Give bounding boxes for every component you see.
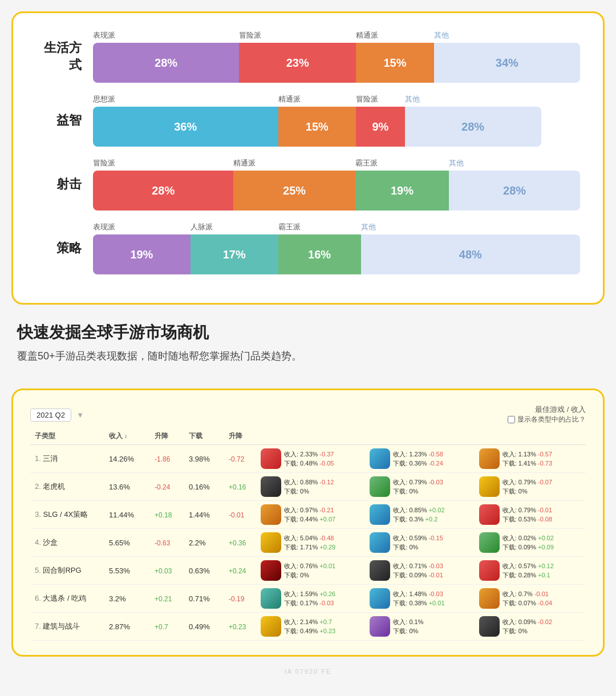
segment-strategy-0: 19% (93, 234, 191, 274)
category-row-shooter: 射击 冒险派 精通派 霸王派 其他 28% 25% 19% 28% (36, 158, 580, 211)
bottom-card: 2021 Q2 ▼ 最佳游戏 / 收入 显示各类型中的占比？ 子类型 收入 ↕ … (11, 389, 605, 657)
cell-name: 5. 回合制RPG (30, 557, 104, 585)
cell-name: 3. SLG / 4X策略 (30, 501, 104, 529)
game-stats: 收入: 0.59% -0.15 下载: 0% (393, 533, 443, 552)
game-stats: 收入: 2.14% +0.7 下载: 0.49% +0.23 (284, 617, 335, 636)
game-stats: 收入: 0.02% +0.02 下载: 0.09% +0.09 (502, 533, 554, 552)
cell-revenue: 11.44% (104, 501, 150, 529)
bar-shooter: 28% 25% 19% 28% (93, 171, 580, 211)
cell-game-0: 收入: 5.04% -0.48 下载: 1.71% +0.29 (258, 529, 367, 557)
cell-name: 6. 大逃杀 / 吃鸡 (30, 585, 104, 613)
table-row: 5. 回合制RPG5.53%+0.030.63%+0.24 收入: 0.76% … (30, 557, 586, 585)
cell-rev-change: +0.7 (150, 613, 184, 641)
show-ratio-checkbox[interactable]: 显示各类型中的占比？ (508, 415, 586, 424)
th-rev-change: 升降 (150, 428, 184, 445)
game-icon (261, 504, 281, 525)
cell-revenue: 14.26% (104, 445, 150, 473)
cell-game-1: 收入: 1.23% -0.58 下载: 0.36% -0.24 (367, 445, 476, 473)
segment-puzzle-2: 9% (356, 107, 404, 147)
bar-container-strategy: 表现派 人脉派 霸王派 其他 19% 17% 16% 48% (93, 222, 580, 274)
th-revenue: 收入 ↕ (104, 428, 150, 445)
bar-container-puzzle: 思想派 精通派 冒险派 其他 36% 15% 9% 28% (93, 94, 580, 147)
bar-labels-puzzle: 思想派 精通派 冒险派 其他 (93, 94, 580, 104)
label-sixiang: 思想派 (93, 94, 278, 104)
bar-strategy: 19% 17% 16% 48% (93, 234, 580, 274)
label-bawang2: 霸王派 (278, 222, 361, 232)
cell-game-1: 收入: 0.1% 下载: 0% (367, 613, 476, 641)
label-other: 其他 (434, 30, 580, 41)
game-icon (479, 588, 500, 609)
table-row: 2. 老虎机13.6%-0.240.16%+0.16 收入: 0.88% -0.… (30, 473, 586, 501)
cell-revenue: 5.65% (104, 529, 150, 557)
section-text: 快速发掘全球手游市场商机 覆盖50+手游品类表现数据，随时随地帮您掌握热门品类趋… (11, 322, 605, 389)
segment-shooter-0: 28% (93, 171, 233, 211)
game-stats: 收入: 0.76% +0.01 下载: 0% (284, 561, 335, 580)
ratio-checkbox-input[interactable] (508, 416, 515, 423)
table-top: 2021 Q2 ▼ 最佳游戏 / 收入 显示各类型中的占比？ (30, 404, 586, 425)
game-stats: 收入: 0.79% -0.07 下载: 0% (502, 478, 552, 496)
cell-game-0: 收入: 0.97% -0.21 下载: 0.44% +0.07 (258, 501, 367, 529)
game-icon (370, 560, 390, 581)
cell-dl-change: +0.23 (224, 613, 258, 641)
segment-lifestyle-0: 28% (93, 43, 239, 83)
cell-dl-change: -0.72 (224, 445, 258, 473)
segment-puzzle-3: 28% (405, 107, 541, 147)
table-row: 3. SLG / 4X策略11.44%+0.181.44%-0.01 收入: 0… (30, 501, 586, 529)
game-icon (479, 616, 500, 637)
top-card: 生活方式 表现派 冒险派 精通派 其他 28% 23% 15% 34% (11, 11, 605, 305)
label-biaoyan: 表现派 (93, 30, 239, 41)
game-icon (261, 448, 281, 469)
sort-icon: ↕ (124, 433, 127, 439)
table-row: 1. 三消14.26%-1.863.98%-0.72 收入: 2.33% -0.… (30, 445, 586, 473)
game-icon (261, 476, 281, 497)
cell-revenue: 2.87% (104, 613, 150, 641)
segment-lifestyle-2: 15% (356, 43, 434, 83)
game-stats: 收入: 1.48% -0.03 下载: 0.38% +0.01 (393, 589, 444, 608)
main-table: 子类型 收入 ↕ 升降 下载 升降 1. 三消14.26%-1.863.98%-… (30, 428, 586, 641)
segment-lifestyle-3: 34% (434, 43, 580, 83)
cell-game-2: 收入: 0.02% +0.02 下载: 0.09% +0.09 (477, 529, 586, 557)
cell-game-1: 收入: 0.59% -0.15 下载: 0% (367, 529, 476, 557)
label-other4: 其他 (361, 222, 580, 232)
segment-puzzle-0: 36% (93, 107, 278, 147)
bar-labels-lifestyle: 表现派 冒险派 精通派 其他 (93, 30, 580, 41)
quarter-badge[interactable]: 2021 Q2 (30, 408, 71, 422)
cell-game-1: 收入: 0.85% +0.02 下载: 0.3% +0.2 (367, 501, 476, 529)
cell-game-1: 收入: 1.48% -0.03 下载: 0.38% +0.01 (367, 585, 476, 613)
section-desc: 覆盖50+手游品类表现数据，随时随地帮您掌握热门品类趋势。 (17, 349, 599, 363)
game-stats: 收入: 2.33% -0.37 下载: 0.48% -0.05 (284, 450, 334, 468)
bar-container-lifestyle: 表现派 冒险派 精通派 其他 28% 23% 15% 34% (93, 30, 580, 83)
segment-shooter-3: 28% (449, 171, 580, 211)
cell-download: 3.98% (184, 445, 224, 473)
cell-rev-change: -1.86 (150, 445, 184, 473)
category-row-strategy: 策略 表现派 人脉派 霸王派 其他 19% 17% 16% 48% (36, 222, 580, 274)
bar-container-shooter: 冒险派 精通派 霸王派 其他 28% 25% 19% 28% (93, 158, 580, 211)
game-icon (370, 532, 390, 553)
segment-shooter-1: 25% (233, 171, 355, 211)
category-row-puzzle: 益智 思想派 精通派 冒险派 其他 36% 15% 9% 28% (36, 94, 580, 147)
game-icon (479, 476, 500, 497)
category-label-puzzle: 益智 (36, 112, 82, 129)
game-stats: 收入: 1.13% -0.57 下载: 1.41% -0.73 (502, 450, 552, 468)
game-icon (479, 448, 500, 469)
game-icon (261, 532, 281, 553)
cell-name: 2. 老虎机 (30, 473, 104, 501)
label-jingtong3: 精通派 (233, 158, 355, 168)
game-icon (370, 504, 390, 525)
game-stats: 收入: 0.88% -0.12 下载: 0% (284, 478, 334, 496)
th-dl-change: 升降 (224, 428, 258, 445)
table-header-row: 子类型 收入 ↕ 升降 下载 升降 (30, 428, 586, 445)
label-jingtong: 精通派 (356, 30, 434, 41)
cell-game-0: 收入: 2.14% +0.7 下载: 0.49% +0.23 (258, 613, 367, 641)
bar-labels-strategy: 表现派 人脉派 霸王派 其他 (93, 222, 580, 232)
game-icon (261, 560, 281, 581)
cell-game-0: 收入: 0.88% -0.12 下载: 0% (258, 473, 367, 501)
quarter-dropdown-icon[interactable]: ▼ (76, 411, 84, 419)
segment-puzzle-1: 15% (278, 107, 356, 147)
game-icon (370, 476, 390, 497)
cell-game-2: 收入: 0.09% -0.02 下载: 0% (477, 613, 586, 641)
watermark: IA 07920 FE (11, 668, 605, 675)
category-label-strategy: 策略 (36, 240, 82, 257)
cell-game-1: 收入: 0.79% -0.03 下载: 0% (367, 473, 476, 501)
game-icon (479, 504, 500, 525)
